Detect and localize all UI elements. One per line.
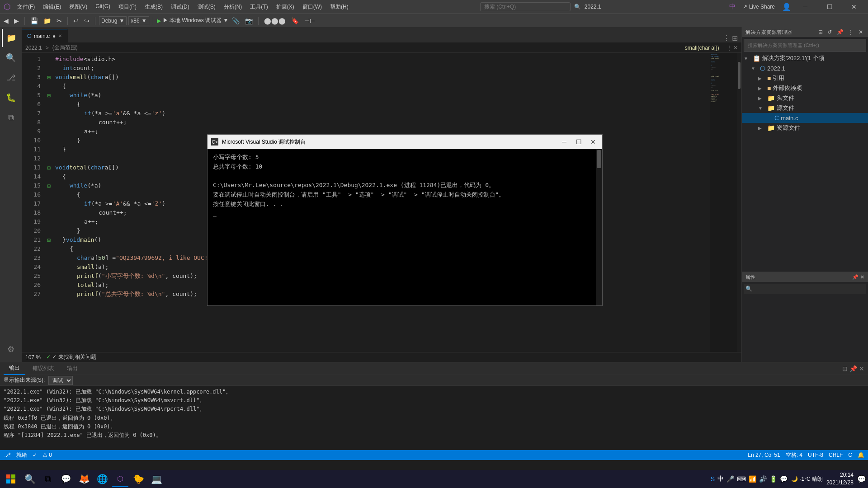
- toolbar-cut[interactable]: ✂: [55, 16, 64, 25]
- tab-split[interactable]: ⊞: [732, 34, 738, 42]
- menu-test[interactable]: 测试(S): [194, 2, 219, 12]
- menu-tools[interactable]: 工具(T): [246, 2, 271, 12]
- console-overlay[interactable]: C> Microsoft Visual Studio 调试控制台 ─ ☐ ✕ 小…: [207, 134, 603, 306]
- taskbar-chrome[interactable]: 🌐: [94, 471, 110, 487]
- headers-label: 头文件: [777, 94, 794, 102]
- tab-main-c-close[interactable]: ✕: [58, 33, 62, 38]
- maximize-button[interactable]: ☐: [819, 0, 840, 14]
- panel-clear[interactable]: ⊡: [842, 365, 848, 372]
- panel-close[interactable]: ✕: [859, 365, 864, 372]
- taskbar-qq[interactable]: 🐤: [130, 471, 146, 487]
- tab-main-c[interactable]: C main.c ● ✕: [22, 29, 68, 42]
- taskbar-task-view[interactable]: ⧉: [40, 471, 56, 487]
- taskbar-terminal[interactable]: 💻: [148, 471, 165, 487]
- fold-15[interactable]: ⊟: [47, 181, 51, 190]
- status-ln-col: Ln 27, Col 51: [748, 452, 780, 458]
- activity-git[interactable]: ⎇: [2, 69, 20, 87]
- tree-main-c[interactable]: ▶ C main.c: [742, 113, 868, 123]
- activity-debug[interactable]: 🐛: [2, 89, 20, 107]
- tree-sources[interactable]: ▼ 📁 源文件: [742, 103, 868, 113]
- tab-overflow[interactable]: ⋮: [723, 34, 730, 42]
- taskbar-vs[interactable]: ⬡: [112, 471, 128, 487]
- properties-close[interactable]: ✕: [860, 274, 864, 280]
- menu-help[interactable]: 帮助(H): [326, 2, 352, 12]
- menu-debug[interactable]: 调试(D): [167, 2, 193, 12]
- menu-bar[interactable]: 文件(F) 编辑(E) 视图(V) Git(G) 项目(P) 生成(B) 调试(…: [14, 2, 352, 12]
- console-maximize[interactable]: ☐: [573, 136, 584, 147]
- tree-references[interactable]: ▶ ■ 引用: [742, 73, 868, 83]
- toolbar-redo[interactable]: ↪: [82, 16, 91, 25]
- debug-config-dropdown[interactable]: Debug ▼: [99, 16, 127, 25]
- editor-scrollbar[interactable]: [737, 53, 741, 352]
- tree-solution[interactable]: ▼ 📋 解决方案'2022.1'(1 个项: [742, 53, 868, 63]
- properties-pin[interactable]: 📌: [852, 274, 859, 280]
- fold-5[interactable]: ⊟: [47, 91, 51, 100]
- output-source-select[interactable]: 调试: [48, 376, 73, 385]
- solution-search-input[interactable]: [748, 42, 862, 48]
- toolbar-undo[interactable]: ↩: [71, 16, 80, 25]
- toolbar-undo-redo[interactable]: ◀: [2, 16, 10, 25]
- toolbar-attach[interactable]: 📎: [230, 16, 241, 25]
- menu-file[interactable]: 文件(F): [14, 2, 38, 12]
- live-share-button[interactable]: ↗ Live Share: [739, 3, 778, 11]
- menu-edit[interactable]: 编辑(E): [39, 2, 65, 12]
- panel-tab-output2[interactable]: 输出: [61, 362, 83, 375]
- toolbar-open[interactable]: 📁: [42, 16, 53, 25]
- sidebar-pin[interactable]: 📌: [835, 28, 845, 36]
- sidebar-more[interactable]: ⋮: [847, 28, 855, 36]
- menu-window[interactable]: 窗口(W): [299, 2, 326, 12]
- toolbar-bookmark[interactable]: 🔖: [289, 16, 301, 25]
- sources-chevron: ▼: [758, 106, 765, 111]
- activity-extensions[interactable]: ⧉: [2, 108, 20, 127]
- toolbar-step[interactable]: ⊣⊢: [302, 16, 317, 25]
- panel-content[interactable]: "2022.1.exe" (Win32): 已加载 "C:\Windows\Sy…: [0, 386, 868, 450]
- console-minimize[interactable]: ─: [559, 136, 570, 147]
- toolbar-nav[interactable]: ⬤⬤⬤: [262, 16, 288, 25]
- console-close[interactable]: ✕: [588, 136, 599, 147]
- console-scrollbar-thumb[interactable]: [597, 150, 601, 168]
- taskbar-search[interactable]: 🔍: [22, 471, 38, 487]
- sidebar-collapse-all[interactable]: ⊟: [817, 28, 825, 36]
- panel-pin[interactable]: 📌: [849, 365, 857, 372]
- minimize-button[interactable]: ─: [795, 0, 816, 14]
- toolbar-screenshot[interactable]: 📷: [243, 16, 255, 25]
- activity-explorer[interactable]: 📁: [2, 29, 20, 47]
- menu-project[interactable]: 项目(P): [115, 2, 140, 12]
- toolbar-save[interactable]: 💾: [28, 16, 40, 25]
- tree-resources[interactable]: ▶ 📁 资源文件: [742, 123, 868, 133]
- panel-tab-output[interactable]: 输出: [4, 362, 25, 375]
- taskbar-firefox[interactable]: 🦊: [76, 471, 92, 487]
- run-button[interactable]: ▶ ▶ 本地 Windows 调试器 ▼: [157, 17, 229, 24]
- code-editor[interactable]: 1 2 3 4 5 6 7 8 9 10 11 12 13 14 15 16 1: [22, 53, 741, 352]
- tree-project[interactable]: ▼ ⬡ 2022.1: [742, 63, 868, 73]
- taskbar-wechat[interactable]: 💬: [58, 471, 74, 487]
- sidebar-refresh[interactable]: ↺: [826, 28, 834, 36]
- menu-extensions[interactable]: 扩展(X): [273, 2, 298, 12]
- headers-chevron: ▶: [758, 96, 765, 101]
- platform-dropdown[interactable]: x86 ▼: [128, 16, 149, 25]
- tree-external-deps[interactable]: ▶ ■ 外部依赖项: [742, 83, 868, 93]
- windows-logo-icon: [6, 474, 15, 483]
- console-scrollbar[interactable]: [596, 149, 602, 305]
- fold-13[interactable]: ⊟: [47, 163, 51, 172]
- sidebar-close[interactable]: ✕: [857, 28, 865, 36]
- toolbar-back[interactable]: ▶: [12, 16, 21, 25]
- close-button[interactable]: ✕: [844, 0, 864, 14]
- taskbar-clock[interactable]: 20:14 2021/12/28: [826, 471, 854, 487]
- tree-headers[interactable]: ▶ 📁 头文件: [742, 93, 868, 103]
- fold-3[interactable]: ⊟: [47, 73, 51, 82]
- menu-git[interactable]: Git(G): [92, 2, 114, 12]
- activity-settings[interactable]: ⚙: [2, 340, 20, 358]
- panel-tab-errors[interactable]: 错误列表: [27, 362, 60, 375]
- taskbar-notification-icon[interactable]: 💬: [857, 475, 866, 483]
- menu-analyze[interactable]: 分析(N): [220, 2, 246, 12]
- scrollbar-thumb[interactable]: [738, 62, 741, 89]
- start-button[interactable]: [2, 471, 20, 487]
- menu-view[interactable]: 视图(V): [66, 2, 91, 12]
- title-search-input[interactable]: [480, 2, 571, 11]
- solution-explorer-search[interactable]: [744, 39, 866, 52]
- system-tray-icons: S 中 🎤 ⌨ 📶 🔊 🔋 💬: [711, 475, 788, 483]
- menu-build[interactable]: 生成(B): [141, 2, 166, 12]
- fold-21[interactable]: ⊟: [47, 235, 51, 244]
- activity-search[interactable]: 🔍: [2, 49, 20, 67]
